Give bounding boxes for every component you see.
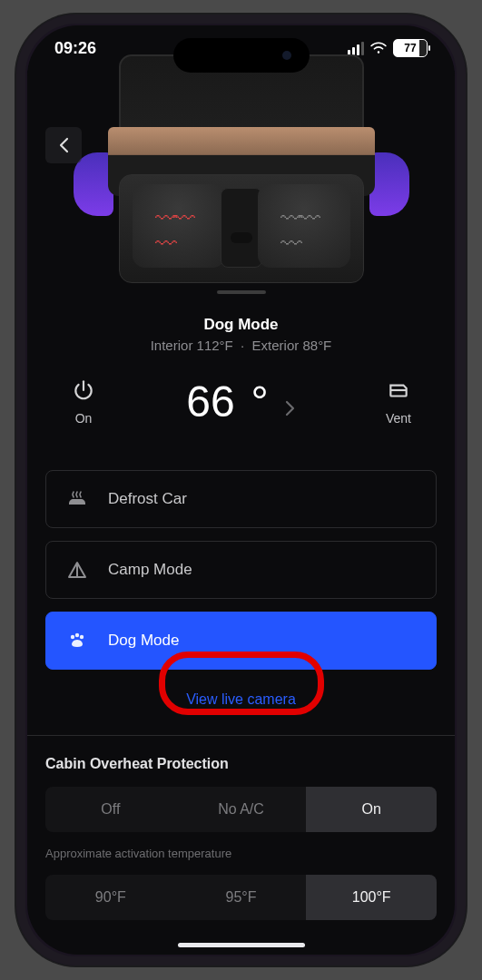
back-button[interactable]: [45, 127, 82, 163]
screen: 09:26 77: [27, 25, 455, 955]
dynamic-island: [173, 38, 310, 73]
dog-mode-option[interactable]: Dog Mode: [45, 612, 437, 670]
dog-mode-label: Dog Mode: [108, 632, 179, 650]
overheat-mode-segmented: Off No A/C On: [45, 787, 437, 832]
battery-indicator: 77: [393, 39, 428, 57]
overheat-noac[interactable]: No A/C: [176, 787, 307, 832]
exterior-temp: Exterior 88°F: [252, 338, 332, 353]
svg-point-1: [75, 633, 79, 637]
cell-signal-icon: [348, 42, 364, 55]
drag-handle[interactable]: [217, 290, 266, 294]
passenger-seat[interactable]: 〰〰〰: [258, 184, 350, 268]
driver-seat[interactable]: 〰〰〰: [133, 184, 225, 268]
status-time: 09:26: [54, 39, 96, 58]
car-illustration: 〰〰〰 〰〰〰: [92, 54, 391, 299]
overheat-title: Cabin Overheat Protection: [45, 756, 437, 772]
power-toggle[interactable]: On: [54, 378, 113, 426]
mode-title: Dog Mode: [45, 316, 437, 334]
tent-icon: [66, 559, 88, 581]
live-camera-row: View live camera: [45, 691, 437, 708]
setpoint-value: 66: [186, 377, 234, 426]
home-indicator[interactable]: [178, 943, 305, 947]
interior-temp: Interior 112°F: [151, 338, 233, 353]
wifi-icon: [369, 42, 388, 54]
paw-icon: [66, 630, 88, 652]
temp-setpoint[interactable]: 66°: [186, 377, 296, 426]
overheat-90[interactable]: 90°F: [45, 875, 176, 920]
svg-point-0: [71, 635, 74, 639]
defrost-option[interactable]: Defrost Car: [45, 470, 437, 528]
climate-options: Defrost Car Camp Mode Dog Mode: [45, 470, 437, 670]
overheat-hint: Approximate activation temperature: [45, 847, 437, 860]
title-block: Dog Mode Interior 112°F · Exterior 88°F: [45, 316, 437, 353]
controls-row: On 66° Vent: [45, 377, 437, 426]
camp-mode-option[interactable]: Camp Mode: [45, 541, 437, 599]
car-cabin: 〰〰〰 〰〰〰: [119, 174, 364, 283]
vent-icon: [387, 378, 410, 402]
view-live-camera-link[interactable]: View live camera: [186, 691, 296, 707]
seat-heat-icon: 〰〰〰: [280, 206, 327, 257]
degree-symbol: °: [251, 377, 269, 426]
vent-toggle[interactable]: Vent: [369, 378, 428, 426]
seat-heat-icon: 〰〰〰: [155, 206, 202, 257]
chevron-right-icon[interactable]: [285, 377, 296, 426]
defrost-label: Defrost Car: [108, 490, 187, 508]
car-hero: 〰〰〰 〰〰〰: [27, 71, 455, 298]
power-label: On: [75, 411, 93, 426]
overheat-95[interactable]: 95°F: [176, 875, 307, 920]
svg-point-2: [80, 635, 84, 639]
content: Dog Mode Interior 112°F · Exterior 88°F …: [27, 316, 455, 920]
battery-pct: 77: [404, 42, 416, 54]
defrost-icon: [66, 488, 88, 510]
vent-label: Vent: [386, 411, 411, 426]
power-icon: [72, 378, 95, 402]
overheat-on[interactable]: On: [306, 787, 437, 832]
phone-frame: 09:26 77: [16, 15, 466, 965]
overheat-off[interactable]: Off: [45, 787, 176, 832]
overheat-temp-segmented: 90°F 95°F 100°F: [45, 875, 437, 920]
temps-line: Interior 112°F · Exterior 88°F: [45, 338, 437, 353]
camp-mode-label: Camp Mode: [108, 561, 192, 579]
divider: [27, 735, 455, 736]
overheat-100[interactable]: 100°F: [306, 875, 437, 920]
car-fender-right: [369, 152, 409, 216]
dot-separator: ·: [241, 338, 244, 353]
center-console: [221, 188, 262, 268]
